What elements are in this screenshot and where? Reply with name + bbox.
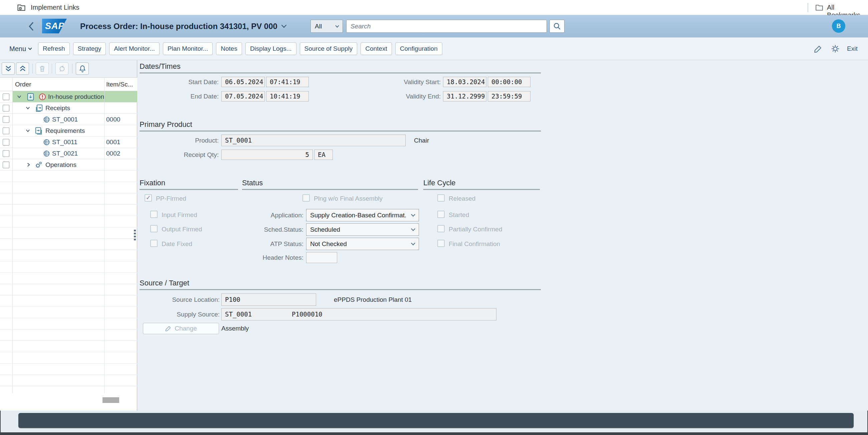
search-input[interactable] (346, 20, 547, 33)
screen-bottom-edge (0, 432, 868, 435)
operations-gear-icon (35, 161, 42, 169)
refresh-button[interactable]: Refresh (38, 42, 70, 55)
atp-status-value: Not Checked (310, 240, 347, 248)
row-checkbox[interactable] (3, 116, 9, 123)
toolbar-separator (52, 64, 52, 73)
chevron-down-icon[interactable] (25, 128, 30, 133)
bookmark-folder-gear-icon[interactable] (17, 3, 26, 12)
header-notes-field[interactable] (306, 252, 337, 263)
collapse-all-button[interactable] (16, 62, 29, 75)
tree-row-operations[interactable]: Operations (0, 159, 137, 170)
supply-source-id-value: P1000010 (292, 308, 322, 320)
tree-row-in-house-production[interactable]: In-house production (0, 91, 137, 102)
row-checkbox[interactable] (3, 139, 9, 146)
tree-row-label[interactable]: ST_0011 (52, 136, 78, 148)
rotate-substitute-button (55, 62, 68, 75)
back-button[interactable] (27, 21, 35, 31)
start-time-field[interactable]: 07:41:19 (266, 77, 309, 87)
validity-start-date-field[interactable]: 18.03.2024 (443, 77, 487, 87)
settings-gear-icon[interactable] (831, 44, 840, 54)
row-checkbox[interactable] (3, 93, 9, 100)
trash-icon (38, 65, 46, 72)
end-date-field[interactable]: 07.05.2024 (221, 91, 265, 101)
row-checkbox[interactable] (3, 127, 9, 134)
supply-source-field[interactable]: ST_0001 P1000010 (221, 308, 496, 320)
chevron-down-icon[interactable] (17, 94, 22, 99)
alert-monitor-button[interactable]: Alert Monitor... (109, 42, 160, 55)
row-checkbox[interactable] (3, 105, 9, 112)
sched-status-label: Sched.Status: (227, 223, 304, 236)
display-logs-button[interactable]: Display Logs... (245, 42, 297, 55)
title-dropdown-chevron-icon[interactable] (281, 23, 287, 28)
end-time-field[interactable]: 10:41:19 (266, 91, 309, 101)
sched-status-select[interactable]: Scheduled (306, 223, 419, 236)
edit-pencil-icon[interactable] (814, 44, 823, 54)
bookmark-implement-links[interactable]: Implement Links (31, 4, 80, 11)
receipt-qty-field[interactable]: 5 (221, 150, 313, 160)
search-button[interactable] (550, 20, 564, 33)
page-title: Process Order: In-house production 34130… (80, 22, 277, 31)
tree-row-st-0001[interactable]: ST_0001 0000 (0, 114, 137, 125)
horizontal-scrollbar-thumb[interactable] (102, 397, 119, 403)
start-date-label: Start Date: (142, 77, 219, 87)
application-select[interactable]: Supply Creation-Based Confirmat... (306, 209, 419, 221)
panel-splitter-handle[interactable] (134, 230, 136, 240)
tree-row-st-0011[interactable]: ST_0011 0001 (0, 136, 137, 148)
exit-button[interactable]: Exit (847, 37, 858, 60)
tree-row-label[interactable]: ST_0001 (52, 114, 78, 125)
application-label: Application: (227, 209, 304, 221)
tree-row-label[interactable]: Receipts (45, 102, 70, 114)
tree-row-label[interactable]: Operations (45, 159, 76, 170)
tree-icon-bar (0, 60, 137, 77)
source-location-label: Source Location: (143, 293, 220, 306)
start-date-field[interactable]: 06.05.2024 (221, 77, 265, 87)
atp-status-select[interactable]: Not Checked (306, 238, 419, 250)
receipt-qty-unit-field[interactable]: EA (314, 150, 333, 160)
user-avatar[interactable]: B (832, 19, 845, 33)
chevron-down-icon[interactable] (25, 105, 30, 111)
tree-row-label[interactable]: ST_0021 (52, 148, 78, 159)
folder-icon (815, 3, 824, 12)
source-of-supply-button[interactable]: Source of Supply (300, 42, 358, 55)
output-firmed-checkbox: ✓ (150, 225, 158, 232)
receipt-qty-label: Receipt Qty: (142, 150, 219, 160)
tree-row-receipts[interactable]: Receipts (0, 102, 137, 114)
chevron-right-icon[interactable] (26, 162, 31, 167)
tree-row-requirements[interactable]: Requirements (0, 125, 137, 136)
search-scope-select[interactable]: All (310, 20, 343, 33)
section-divider (140, 289, 541, 290)
row-checkbox[interactable] (3, 162, 9, 168)
header-notes-label: Header Notes: (227, 252, 304, 263)
collapsed-status-bar[interactable] (18, 413, 854, 428)
pencil-icon (165, 325, 172, 332)
validity-start-time-field[interactable]: 00:00:00 (488, 77, 530, 87)
notes-button[interactable]: Notes (216, 42, 242, 55)
tree-row-item-number: 0001 (106, 136, 120, 148)
row-checkbox[interactable] (3, 150, 9, 157)
section-divider (140, 72, 541, 73)
tree-row-item-number: 0002 (106, 148, 120, 159)
validity-end-time-field[interactable]: 23:59:59 (488, 91, 530, 101)
column-header-order[interactable]: Order (15, 78, 31, 91)
configuration-button[interactable]: Configuration (395, 42, 442, 55)
section-title-primary-product: Primary Product (140, 120, 192, 129)
alerts-bell-button[interactable] (76, 62, 89, 75)
tree-row-st-0021[interactable]: ST_0021 0002 (0, 148, 137, 159)
product-field[interactable]: ST_0001 (221, 134, 406, 146)
chevron-down-icon (411, 241, 415, 245)
expand-all-button[interactable] (2, 62, 15, 75)
tree-column-divider[interactable] (104, 77, 104, 393)
partially-confirmed-label: Partially Confirmed (449, 226, 502, 233)
plan-monitor-button[interactable]: Plan Monitor... (163, 42, 213, 55)
context-button[interactable]: Context (361, 42, 392, 55)
section-divider (140, 189, 238, 190)
tree-row-label[interactable]: Requirements (45, 125, 85, 136)
menu-button[interactable]: Menu (9, 37, 31, 60)
section-divider (140, 130, 541, 131)
tree-row-label[interactable]: In-house production (48, 91, 104, 102)
source-location-field[interactable]: P100 (221, 293, 316, 306)
validity-end-date-field[interactable]: 31.12.2999 (443, 91, 487, 101)
column-header-item[interactable]: Item/Sc... (106, 78, 133, 91)
strategy-button[interactable]: Strategy (73, 42, 106, 55)
input-firmed-label: Input Firmed (162, 211, 197, 219)
